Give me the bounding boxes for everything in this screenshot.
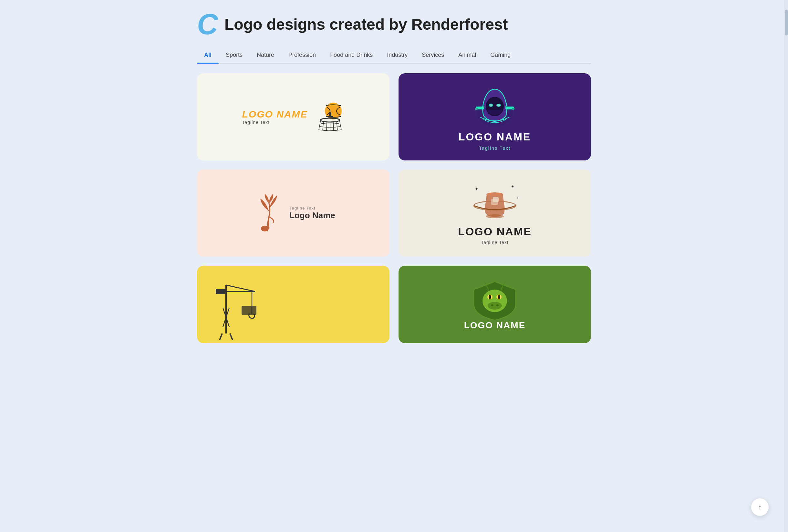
tab-profession[interactable]: Profession bbox=[281, 48, 323, 63]
tab-all[interactable]: All bbox=[197, 48, 219, 63]
logo-grid: LOGO NAME Tagline Text bbox=[197, 73, 591, 343]
logo-card-drinks[interactable]: ✦ ✦ ✦ LOGO NAME bbox=[398, 169, 591, 257]
svg-point-45 bbox=[489, 295, 491, 299]
svg-line-40 bbox=[230, 333, 233, 340]
logo-card-plant[interactable]: Tagline Text Logo Name bbox=[197, 169, 390, 257]
basketball-tagline: Tagline Text bbox=[242, 120, 308, 125]
gaming-grim-icon bbox=[474, 83, 516, 128]
drinks-card-content: ✦ ✦ ✦ LOGO NAME bbox=[458, 181, 532, 245]
svg-point-29 bbox=[486, 192, 503, 196]
brand-logo-letter: C bbox=[197, 10, 218, 39]
green-card-content: LOGO NAME bbox=[464, 278, 526, 331]
construction-icon bbox=[207, 275, 265, 340]
tab-industry[interactable]: Industry bbox=[380, 48, 415, 63]
svg-line-39 bbox=[220, 333, 222, 340]
svg-rect-19 bbox=[483, 106, 485, 107]
header: C Logo designs created by Renderforest bbox=[197, 0, 591, 42]
svg-rect-18 bbox=[475, 108, 478, 110]
svg-text:✦: ✦ bbox=[475, 186, 479, 191]
plant-text-group: Tagline Text Logo Name bbox=[289, 206, 335, 221]
gaming-tagline: Tagline Text bbox=[479, 146, 511, 151]
drinks-glass-icon: ✦ ✦ ✦ bbox=[469, 181, 520, 223]
svg-point-15 bbox=[490, 104, 492, 106]
tab-sports[interactable]: Sports bbox=[219, 48, 250, 63]
logo-card-gaming[interactable]: LOGO NAME Tagline Text bbox=[398, 73, 591, 160]
svg-point-47 bbox=[498, 295, 500, 299]
svg-rect-10 bbox=[329, 112, 331, 117]
category-tabs: All Sports Nature Profession Food and Dr… bbox=[197, 48, 591, 64]
svg-rect-31 bbox=[493, 197, 499, 202]
svg-line-7 bbox=[333, 122, 334, 131]
basketball-icon bbox=[316, 101, 344, 133]
svg-point-50 bbox=[496, 304, 499, 306]
tab-gaming[interactable]: Gaming bbox=[483, 48, 518, 63]
svg-line-4 bbox=[323, 121, 323, 130]
tab-services[interactable]: Services bbox=[415, 48, 451, 63]
svg-line-3 bbox=[339, 120, 341, 130]
svg-point-48 bbox=[488, 302, 502, 310]
green-logo-name: LOGO NAME bbox=[464, 320, 526, 331]
basketball-text-group: LOGO NAME Tagline Text bbox=[242, 109, 308, 125]
gaming-card-content: LOGO NAME Tagline Text bbox=[458, 83, 531, 151]
plant-tagline: Tagline Text bbox=[289, 206, 335, 210]
tab-food-and-drinks[interactable]: Food and Drinks bbox=[323, 48, 380, 63]
logo-card-dragon[interactable]: LOGO NAME bbox=[398, 266, 591, 343]
tab-nature[interactable]: Nature bbox=[250, 48, 281, 63]
basketball-logo-content: LOGO NAME Tagline Text bbox=[242, 101, 344, 133]
plant-card-content: Tagline Text Logo Name bbox=[251, 194, 335, 232]
svg-text:✦: ✦ bbox=[516, 196, 518, 200]
svg-point-16 bbox=[497, 104, 500, 106]
scrollbar-track[interactable] bbox=[784, 0, 788, 532]
drinks-tagline: Tagline Text bbox=[481, 240, 509, 245]
logo-card-construction[interactable] bbox=[197, 266, 390, 343]
svg-rect-36 bbox=[216, 289, 226, 294]
svg-line-5 bbox=[336, 121, 337, 130]
basketball-logo-name: LOGO NAME bbox=[242, 109, 308, 120]
svg-line-6 bbox=[327, 122, 327, 131]
plant-music-icon bbox=[251, 194, 283, 232]
svg-line-35 bbox=[226, 285, 255, 291]
plant-logo-name: Logo Name bbox=[289, 210, 335, 221]
svg-point-23 bbox=[261, 226, 269, 231]
svg-point-32 bbox=[486, 214, 504, 218]
drinks-logo-name: LOGO NAME bbox=[458, 225, 532, 238]
svg-rect-21 bbox=[512, 108, 514, 110]
gaming-logo-name: LOGO NAME bbox=[458, 131, 531, 143]
svg-line-2 bbox=[319, 120, 321, 130]
svg-text:✦: ✦ bbox=[511, 184, 514, 189]
dragon-shield-icon bbox=[471, 278, 519, 320]
svg-rect-22 bbox=[505, 106, 507, 107]
back-to-top-button[interactable]: ↑ bbox=[751, 498, 769, 516]
svg-point-49 bbox=[491, 304, 493, 306]
logo-card-basketball[interactable]: LOGO NAME Tagline Text bbox=[197, 73, 390, 160]
page-wrapper: C Logo designs created by Renderforest A… bbox=[178, 0, 610, 363]
tab-animal[interactable]: Animal bbox=[451, 48, 483, 63]
svg-rect-38 bbox=[241, 306, 256, 315]
scrollbar-thumb[interactable] bbox=[785, 10, 788, 36]
page-title: Logo designs created by Renderforest bbox=[224, 16, 508, 33]
